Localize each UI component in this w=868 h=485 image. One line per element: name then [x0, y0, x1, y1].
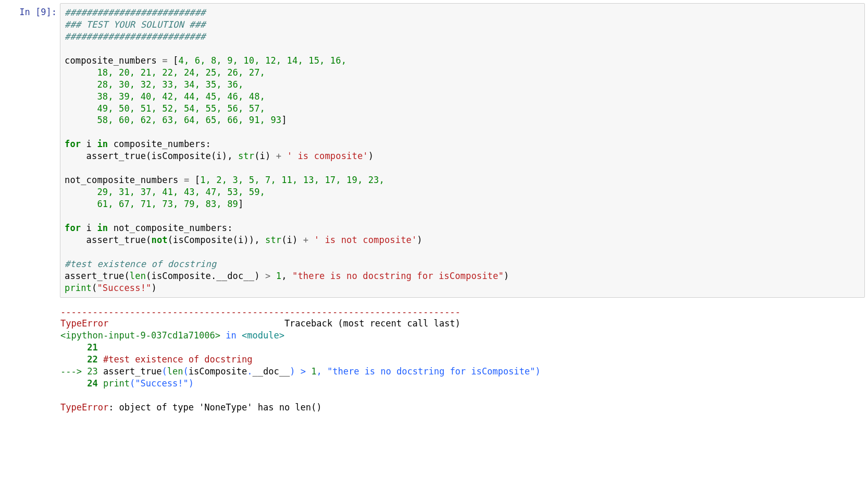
line-number: 23 — [87, 366, 97, 377]
builtin-print: print — [65, 283, 92, 293]
source-reference: <ipython-input-9-037cd1a71006> — [60, 330, 220, 341]
code-text: assert_true( — [65, 235, 151, 245]
error-name-final: TypeError — [60, 402, 108, 413]
paren: ) — [504, 271, 509, 281]
tb-code: assert_true — [103, 366, 162, 377]
number: 1 — [311, 366, 316, 377]
traceback-label: Traceback (most recent call last) — [108, 318, 461, 329]
tb-code: __doc__ — [253, 366, 290, 377]
string-literal: "Success!" — [135, 378, 188, 389]
comment-line: ### TEST YOUR SOLUTION ### — [65, 19, 206, 30]
output-prompt — [0, 301, 56, 417]
code-block[interactable]: ########################## ### TEST YOUR… — [65, 7, 860, 294]
builtin-len: len — [130, 271, 146, 281]
string-literal: "Success!" — [97, 283, 151, 293]
builtin-print: print — [103, 378, 130, 389]
error-message: : object of type 'NoneType' has no len() — [108, 402, 321, 413]
bracket: ] — [281, 115, 287, 125]
line-number: 22 — [60, 354, 98, 365]
variable: composite_numbers: — [108, 139, 211, 149]
code-text: assert_true( — [65, 271, 130, 281]
error-name: TypeError — [60, 318, 108, 329]
bracket: ] — [238, 199, 243, 209]
code-text: [ — [189, 175, 200, 185]
variable: i — [81, 139, 97, 149]
space — [308, 235, 314, 245]
string-literal: ' is composite' — [287, 151, 368, 161]
code-text: [ — [168, 55, 179, 66]
keyword-for: for — [65, 139, 81, 149]
code-text: assert_true(isComposite(i), — [65, 151, 238, 161]
keyword-for: for — [65, 223, 81, 233]
comment-traceback: #test existence of docstring — [103, 354, 253, 365]
paren: ) — [417, 235, 422, 245]
paren: ) — [535, 366, 540, 377]
builtin-len: len — [167, 366, 183, 377]
paren: ) — [152, 283, 157, 293]
output-row: ----------------------------------------… — [0, 301, 868, 417]
number-list: 28, 30, 32, 33, 34, 35, 36, — [65, 79, 243, 90]
dot: . — [247, 366, 252, 377]
in-word: in — [220, 330, 242, 341]
space — [306, 366, 311, 377]
line-text — [98, 354, 103, 365]
paren: ( — [183, 366, 188, 377]
number-list: 38, 39, 40, 42, 44, 45, 46, 48, — [65, 91, 265, 102]
comma: , — [316, 366, 321, 377]
paren: ( — [92, 283, 97, 293]
keyword-in: in — [97, 139, 108, 149]
code-text: (i) — [254, 151, 276, 161]
comma: , — [281, 271, 292, 281]
string-literal: "there is no docstring for isComposite" — [327, 366, 535, 377]
separator-line: ----------------------------------------… — [60, 307, 461, 317]
input-prompt: In [9]: — [1, 3, 60, 298]
number-list: 18, 20, 21, 22, 24, 25, 26, 27, — [65, 67, 265, 78]
notebook-cell: In [9]: ########################## ### T… — [0, 0, 868, 301]
variable: i — [81, 223, 97, 233]
string-literal: "there is no docstring for isComposite" — [292, 271, 504, 281]
space — [98, 378, 103, 389]
operator: + — [276, 151, 281, 161]
space — [295, 366, 300, 377]
traceback-output: ----------------------------------------… — [56, 301, 868, 417]
builtin-str: str — [238, 151, 254, 161]
number-list: 1, 2, 3, 5, 7, 11, 13, 17, 19, 23, — [200, 175, 385, 185]
number-list: 29, 31, 37, 41, 43, 47, 53, 59, — [65, 187, 265, 197]
operator: = — [162, 55, 167, 66]
operator: + — [303, 235, 308, 245]
keyword-in: in — [97, 223, 108, 233]
number-list: 61, 67, 71, 73, 79, 83, 89 — [65, 199, 238, 209]
line-number: 21 — [60, 342, 98, 353]
keyword-not: not — [151, 235, 167, 245]
variable: not_composite_numbers: — [108, 223, 232, 233]
module-word: <module> — [242, 330, 284, 341]
code-text: not_composite_numbers — [65, 175, 184, 185]
line-text — [98, 342, 103, 353]
space — [98, 366, 103, 377]
tb-code: isComposite — [189, 366, 247, 377]
comment-line: ########################## — [65, 7, 206, 18]
string-literal: ' is not composite' — [314, 235, 417, 245]
paren: ) — [368, 151, 374, 161]
operator: > — [265, 271, 270, 281]
code-text: (isComposite.__doc__) — [146, 271, 265, 281]
number-list: 4, 6, 8, 9, 10, 12, 14, 15, 16, — [179, 55, 347, 66]
code-input-area[interactable]: ########################## ### TEST YOUR… — [60, 3, 865, 298]
code-text: (isComposite(i)), — [168, 235, 265, 245]
space — [281, 151, 287, 161]
paren: ( — [162, 366, 167, 377]
comment-line: ########################## — [65, 31, 206, 42]
paren: ) — [189, 378, 194, 389]
number-list: 58, 60, 62, 63, 64, 65, 66, 91, 93 — [65, 115, 281, 125]
operator: = — [184, 175, 189, 185]
arrow-indicator: ---> — [60, 366, 87, 377]
paren: ) — [290, 366, 295, 377]
code-text: composite_numbers — [65, 55, 162, 66]
line-number: 24 — [60, 378, 98, 389]
number-list: 49, 50, 51, 52, 54, 55, 56, 57, — [65, 103, 265, 114]
builtin-str: str — [265, 235, 281, 245]
operator: > — [301, 366, 306, 377]
comment-line: #test existence of docstring — [65, 259, 216, 269]
paren: ( — [130, 378, 135, 389]
space — [322, 366, 327, 377]
